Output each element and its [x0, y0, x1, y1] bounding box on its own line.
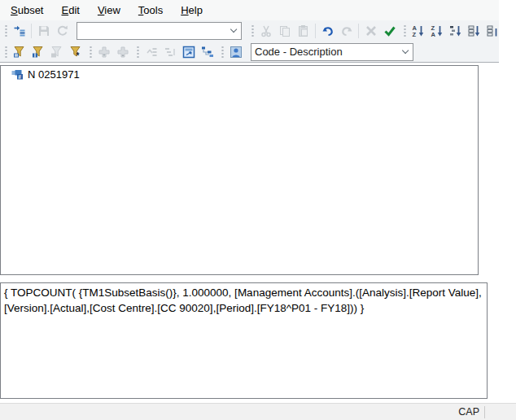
toolbar-grip[interactable]	[135, 45, 139, 59]
toolbar-separator	[358, 24, 359, 38]
sort-descending-icon: Z A	[431, 24, 444, 37]
expand-element-up-button[interactable]	[113, 43, 132, 61]
expand-up-icon	[116, 46, 129, 59]
status-bar: CAP	[0, 403, 516, 420]
menu-help[interactable]: Help	[172, 2, 212, 19]
sort-hierarchy-button[interactable]	[446, 22, 465, 40]
menu-help-mnemonic: H	[181, 4, 188, 16]
expand-tree-icon	[164, 46, 177, 59]
save-icon	[37, 24, 50, 37]
toolbar-separator	[31, 24, 32, 38]
svg-text:A: A	[431, 31, 435, 37]
tree-item-label: N 0251971	[28, 68, 80, 81]
tree-item[interactable]: # N 0251971	[1, 66, 478, 81]
toolbar-grip[interactable]	[88, 45, 92, 59]
menu-bar: Subset Edit View Tools Help	[0, 0, 499, 20]
toolbar-main: A Z Z A	[0, 20, 499, 42]
collapse-tree-button[interactable]	[142, 43, 160, 61]
svg-text:Z: Z	[412, 31, 416, 37]
sort-ascending-icon: A Z	[412, 24, 425, 37]
chevron-down-icon[interactable]	[399, 44, 413, 60]
delete-x-icon	[365, 24, 378, 37]
numeric-element-icon: #	[11, 69, 24, 80]
user-icon	[230, 46, 243, 59]
user-button[interactable]	[226, 43, 245, 61]
subset-element-tree[interactable]: # N 0251971	[0, 65, 479, 275]
toolbar-grip[interactable]	[402, 24, 406, 38]
menu-view-label: iew	[104, 4, 120, 16]
reload-subset-button[interactable]	[53, 22, 72, 40]
delete-element-button[interactable]	[361, 22, 380, 40]
menu-edit-label: dit	[68, 4, 80, 16]
collapse-tree-icon	[145, 46, 158, 59]
menu-tools[interactable]: Tools	[129, 2, 172, 19]
expand-down-icon	[98, 46, 111, 59]
menu-edit-mnemonic: E	[61, 4, 68, 16]
subset-all-icon	[13, 24, 26, 37]
toolbar-grip[interactable]	[250, 24, 254, 38]
filter-by-attribute-button[interactable]	[28, 43, 47, 61]
display-format-value: Code - Description	[251, 46, 399, 58]
menu-subset-mnemonic: S	[11, 4, 18, 16]
sort-index-descending-icon	[487, 24, 500, 37]
redo-button[interactable]	[337, 22, 356, 40]
sort-ascending-button[interactable]: A Z	[409, 22, 427, 40]
redo-icon	[340, 24, 353, 37]
expand-tree-button[interactable]	[160, 43, 179, 61]
toolbar-grip[interactable]	[3, 24, 7, 38]
status-divider	[484, 406, 485, 418]
filter-subset-icon	[13, 46, 26, 59]
properties-window-button[interactable]	[179, 43, 198, 61]
cut-button[interactable]	[256, 22, 275, 40]
sort-index-ascending-icon	[468, 24, 481, 37]
paste-icon	[297, 24, 310, 37]
menu-tools-label: ools	[143, 4, 163, 16]
filter-by-level-button[interactable]	[47, 43, 66, 61]
toolbar-separator	[315, 24, 316, 38]
filter-expression-icon: *	[69, 46, 82, 59]
undo-button[interactable]	[318, 22, 337, 40]
toolbar-filter: *	[0, 42, 499, 63]
status-server-name: CAP	[458, 406, 484, 418]
toolbar-grip[interactable]	[3, 45, 7, 59]
sort-descending-button[interactable]: Z A	[427, 22, 446, 40]
keep-selected-elements-button[interactable]	[380, 22, 399, 40]
sort-index-ascending-button[interactable]	[465, 22, 483, 40]
svg-text:#: #	[18, 74, 21, 80]
copy-button[interactable]	[275, 22, 294, 40]
properties-window-icon	[182, 46, 195, 59]
menu-edit[interactable]: Edit	[52, 2, 88, 19]
expression-window[interactable]: { TOPCOUNT( {TM1SubsetBasis()}, 1.000000…	[0, 282, 488, 399]
subset-name-combo[interactable]	[77, 22, 242, 40]
menu-view[interactable]: View	[89, 2, 129, 19]
sort-hierarchy-icon	[449, 24, 462, 37]
keep-check-icon	[383, 24, 396, 37]
menu-subset[interactable]: Subset	[2, 2, 52, 19]
menu-help-label: elp	[189, 4, 203, 16]
mdx-expression-text: { TOPCOUNT( {TM1SubsetBasis()}, 1.000000…	[4, 287, 482, 314]
reload-icon	[56, 24, 69, 37]
sort-index-descending-button[interactable]	[483, 22, 499, 40]
menu-subset-label: ubset	[18, 4, 44, 16]
save-subset-button[interactable]	[34, 22, 53, 40]
display-format-combo[interactable]: Code - Description	[251, 43, 413, 61]
custom-consolidation-icon	[201, 46, 214, 59]
subset-name-input[interactable]	[77, 24, 227, 38]
undo-icon	[321, 24, 335, 37]
expand-element-down-button[interactable]	[94, 43, 113, 61]
filter-by-subset-button[interactable]	[10, 43, 28, 61]
paste-button[interactable]	[294, 22, 313, 40]
subset-editor-window: Subset Edit View Tools Help	[0, 0, 499, 420]
toolbar-grip[interactable]	[220, 45, 224, 59]
copy-icon	[278, 24, 291, 37]
filter-level-icon	[50, 46, 63, 59]
custom-consolidation-button[interactable]	[198, 43, 216, 61]
cut-icon	[260, 24, 273, 37]
chevron-down-icon[interactable]	[227, 23, 241, 39]
svg-text:*: *	[76, 50, 79, 59]
subset-all-button[interactable]	[10, 22, 28, 40]
filter-by-expression-button[interactable]: *	[66, 43, 85, 61]
filter-attribute-icon	[32, 46, 45, 59]
